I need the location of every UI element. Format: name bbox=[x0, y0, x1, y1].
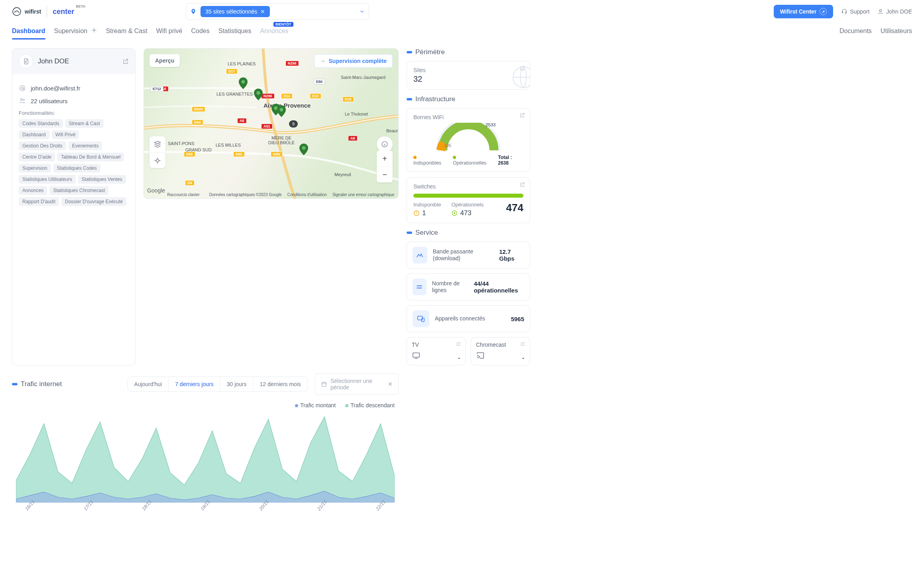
perimetre-head-label: Périmètre bbox=[415, 48, 445, 56]
map-cluster-badge[interactable]: 9 bbox=[289, 120, 298, 128]
service-bandwidth[interactable]: Bande passante (download) 12.7 Gbps bbox=[407, 241, 530, 269]
infra-head-label: Infrastructure bbox=[415, 95, 455, 103]
nav-utilisateurs[interactable]: Utilisateurs bbox=[881, 27, 912, 39]
external-link-icon[interactable] bbox=[519, 182, 525, 187]
map-town-label: Saint-Marc-Jaumegard bbox=[341, 75, 385, 80]
svg-text:Google: Google bbox=[147, 187, 165, 194]
map-zoom: + − bbox=[377, 151, 393, 183]
infra-bornes-title: Bornes WiFi bbox=[413, 114, 523, 120]
perimetre-head: Périmètre bbox=[407, 48, 530, 56]
tv-icon bbox=[412, 351, 461, 361]
nav-dashboard[interactable]: Dashboard bbox=[12, 27, 45, 39]
service-cc-value: - bbox=[522, 355, 524, 361]
svg-point-14 bbox=[156, 159, 159, 162]
map-town-label: LES MILLES bbox=[216, 143, 241, 147]
map-panel[interactable]: Aperçu → Supervision complète Aix-en-Pro… bbox=[144, 48, 399, 199]
service-tv[interactable]: TV - bbox=[407, 337, 466, 365]
svg-point-7 bbox=[20, 99, 22, 101]
sites-selector[interactable]: 35 sites sélectionnés ✕ bbox=[186, 3, 369, 20]
brand-logo[interactable]: wifirst center BETA bbox=[12, 6, 74, 17]
svg-point-12 bbox=[279, 108, 283, 112]
service-tv-value: - bbox=[458, 355, 460, 361]
switches-bar bbox=[413, 194, 523, 198]
external-link-icon[interactable] bbox=[456, 342, 461, 346]
brand-divider bbox=[47, 6, 47, 17]
map-road-badge: D64 bbox=[192, 120, 203, 125]
traffic-period-picker[interactable]: Sélectionner une période ✕ bbox=[315, 373, 399, 395]
nav-codes[interactable]: Codes bbox=[191, 27, 209, 39]
map-road-badge: E712 bbox=[150, 86, 163, 92]
sw-total: 474 bbox=[506, 202, 523, 214]
nav-annonces[interactable]: Annonces BIENTÔT bbox=[260, 27, 288, 39]
infra-switches-card[interactable]: Switches Indisponible 1 Opérationnels 47… bbox=[407, 177, 530, 223]
nav-supervision[interactable]: Supervision bbox=[54, 27, 97, 39]
map-layers-button[interactable] bbox=[149, 136, 165, 152]
map-info-button[interactable] bbox=[377, 136, 393, 152]
traffic-seg-option[interactable]: 7 derniers jours bbox=[168, 377, 220, 391]
map-pin-icon[interactable] bbox=[277, 105, 286, 117]
feature-chip: Statistiques Codes bbox=[53, 164, 100, 173]
map-road-badge: D65 bbox=[233, 151, 245, 157]
external-link-icon[interactable] bbox=[122, 58, 129, 65]
map-footer-shortcuts[interactable]: Raccourcis clavier bbox=[167, 192, 200, 197]
svg-point-8 bbox=[23, 99, 25, 101]
map-road-badge: D543 bbox=[192, 106, 205, 112]
nav-wifi-prive[interactable]: Wifi privé bbox=[156, 27, 183, 39]
traffic-seg-option[interactable]: 12 derniers mois bbox=[253, 377, 308, 391]
map-pin-icon[interactable] bbox=[239, 77, 248, 89]
map-town-label: LES PLAINES bbox=[228, 61, 256, 66]
svg-point-20 bbox=[454, 212, 455, 214]
service-devices[interactable]: Appareils connectés 5965 bbox=[407, 305, 530, 332]
map-pin-icon[interactable] bbox=[254, 88, 263, 100]
external-link-icon[interactable] bbox=[519, 112, 525, 118]
map-footer-report[interactable]: Signaler une erreur cartographique bbox=[332, 192, 394, 197]
external-arrow-icon: ↗ bbox=[820, 8, 827, 15]
svg-point-5 bbox=[20, 85, 25, 91]
map-supervision-button[interactable]: → Supervision complète bbox=[314, 54, 393, 68]
map-gps-button[interactable] bbox=[149, 152, 165, 168]
sites-chip[interactable]: 35 sites sélectionnés ✕ bbox=[201, 6, 270, 17]
sw-op-label: Opérationnels bbox=[451, 202, 484, 208]
traffic-seg-option[interactable]: Aujourd'hui bbox=[128, 377, 169, 391]
beta-badge: BETA bbox=[76, 4, 85, 8]
service-bw-value: 12.7 Gbps bbox=[499, 248, 524, 262]
map-footer-terms[interactable]: Conditions d'utilisation bbox=[287, 192, 327, 197]
wifirst-center-button[interactable]: Wifirst Center ↗ bbox=[774, 5, 834, 18]
svg-point-10 bbox=[256, 91, 260, 95]
feature-chip: Evenements bbox=[69, 141, 102, 150]
globe-icon bbox=[506, 65, 530, 90]
feature-chip: Annonces bbox=[19, 186, 47, 195]
traffic-title: Trafic internet bbox=[21, 380, 62, 388]
svg-rect-24 bbox=[322, 382, 326, 387]
support-link[interactable]: Support bbox=[841, 8, 869, 15]
service-chromecast[interactable]: Chromecast - bbox=[471, 337, 530, 365]
service-lines[interactable]: Nombre de lignes 44/44 opérationnelles bbox=[407, 273, 530, 300]
map-city-label: Aix-en-Provence bbox=[263, 102, 311, 109]
gauge-indispo-value: 105 bbox=[444, 143, 451, 148]
infra-bornes-card[interactable]: Bornes WiFi 2533 105 Indisponibles Opéra… bbox=[407, 108, 530, 172]
user-menu[interactable]: John DOE bbox=[877, 8, 912, 15]
traffic-seg-option[interactable]: 30 jours bbox=[220, 377, 253, 391]
clear-icon[interactable]: ✕ bbox=[388, 381, 393, 387]
nav-documents[interactable]: Documents bbox=[839, 27, 872, 39]
map-road-badge: D14 bbox=[281, 93, 293, 99]
nav-stream-cast[interactable]: Stream & Cast bbox=[106, 27, 147, 39]
nav-stats[interactable]: Statistiques bbox=[218, 27, 252, 39]
brand-product-text: center bbox=[53, 8, 74, 16]
map-zoom-out-button[interactable]: − bbox=[377, 167, 393, 183]
service-lines-label: Nombre de lignes bbox=[432, 280, 468, 294]
map-road-badge: D10 bbox=[342, 96, 354, 102]
legend-up: Trafic montant bbox=[300, 402, 336, 408]
chevron-down-icon[interactable] bbox=[359, 9, 365, 14]
external-link-icon[interactable] bbox=[520, 342, 525, 346]
map-zoom-in-button[interactable]: + bbox=[377, 151, 393, 167]
map-pin-icon[interactable] bbox=[299, 143, 308, 155]
traffic-axis: 16/1117/1118/1119/1120/1121/1122/11 bbox=[12, 503, 399, 508]
warning-icon bbox=[413, 210, 420, 216]
sites-chip-clear-icon[interactable]: ✕ bbox=[260, 8, 265, 15]
feature-chip: Statistiques Ventes bbox=[78, 175, 126, 184]
gauge-chart: 2533 105 bbox=[429, 123, 508, 154]
traffic-period-placeholder: Sélectionner une période bbox=[330, 378, 385, 391]
svg-rect-23 bbox=[413, 353, 420, 357]
perimetre-card[interactable]: Sites 32 bbox=[407, 61, 530, 90]
